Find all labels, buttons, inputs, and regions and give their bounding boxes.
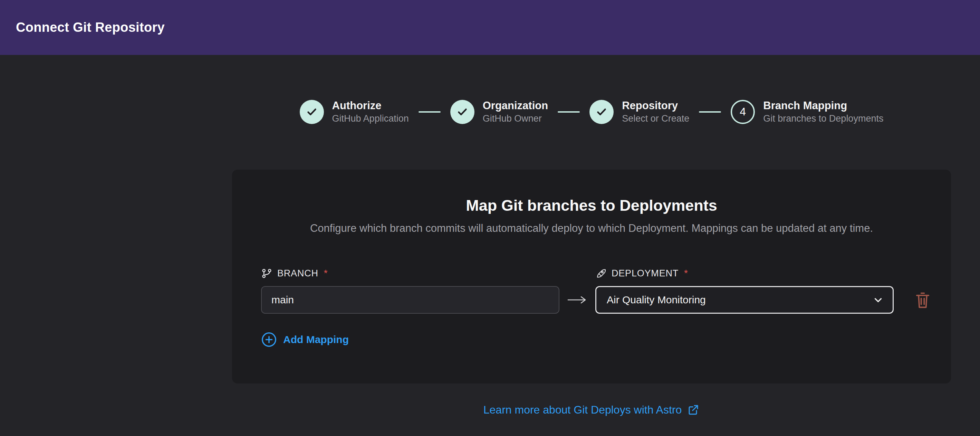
app-header: Connect Git Repository — [0, 0, 980, 55]
step-organization[interactable]: Organization GitHub Owner — [450, 99, 548, 125]
add-mapping-label: Add Mapping — [283, 334, 349, 345]
step-connector — [558, 111, 580, 113]
step-organization-indicator — [450, 100, 474, 124]
page-title: Connect Git Repository — [16, 20, 165, 35]
card-subtitle: Configure which branch commits will auto… — [261, 222, 922, 235]
deployment-label: DEPLOYMENT * — [595, 268, 894, 279]
external-link-icon — [687, 404, 700, 416]
mapping-card: Map Git branches to Deployments Configur… — [232, 169, 951, 383]
branch-label-text: BRANCH — [277, 268, 318, 279]
trash-icon — [914, 290, 932, 310]
step-title: Repository — [622, 99, 689, 113]
step-repository[interactable]: Repository Select or Create — [589, 99, 689, 125]
stepper: Authorize GitHub Application Organizatio… — [232, 99, 951, 125]
mapping-arrow — [559, 295, 595, 305]
mapping-form: BRANCH * DEPLOYMENT * — [261, 268, 922, 349]
step-authorize-indicator — [300, 100, 324, 124]
git-branch-icon — [261, 268, 272, 279]
required-asterisk: * — [324, 268, 328, 279]
rocket-icon — [595, 268, 607, 279]
step-authorize[interactable]: Authorize GitHub Application — [300, 99, 409, 125]
step-title: Organization — [483, 99, 548, 113]
main-content: Authorize GitHub Application Organizatio… — [232, 99, 951, 416]
check-icon — [305, 106, 318, 118]
card-title: Map Git branches to Deployments — [261, 196, 922, 214]
add-mapping-button[interactable]: Add Mapping — [261, 332, 349, 348]
step-branch-mapping: 4 Branch Mapping Git branches to Deploym… — [731, 99, 883, 125]
learn-more-link[interactable]: Learn more about Git Deploys with Astro — [484, 404, 700, 416]
branch-input[interactable] — [261, 286, 559, 314]
step-subtitle: GitHub Owner — [483, 113, 548, 125]
delete-mapping-button[interactable] — [912, 288, 934, 311]
step-connector — [418, 111, 441, 113]
step-connector — [699, 111, 721, 113]
deployment-label-text: DEPLOYMENT — [612, 268, 679, 279]
step-title: Authorize — [332, 99, 409, 113]
deployment-select[interactable]: Air Quality Monitoring — [595, 286, 894, 314]
check-icon — [456, 106, 469, 118]
arrow-right-icon — [567, 295, 588, 305]
branch-label: BRANCH * — [261, 268, 559, 279]
step-subtitle: Git branches to Deployments — [763, 113, 883, 125]
mapping-row: Air Quality Monitoring — [261, 286, 922, 314]
step-number: 4 — [740, 105, 746, 118]
step-subtitle: GitHub Application — [332, 113, 409, 125]
step-repository-indicator — [589, 100, 614, 124]
learn-more-label: Learn more about Git Deploys with Astro — [484, 404, 682, 416]
step-title: Branch Mapping — [763, 99, 883, 113]
step-subtitle: Select or Create — [622, 113, 689, 125]
required-asterisk: * — [684, 268, 688, 279]
check-icon — [595, 106, 608, 118]
step-branch-mapping-indicator: 4 — [731, 100, 755, 124]
plus-circle-icon — [261, 332, 277, 348]
